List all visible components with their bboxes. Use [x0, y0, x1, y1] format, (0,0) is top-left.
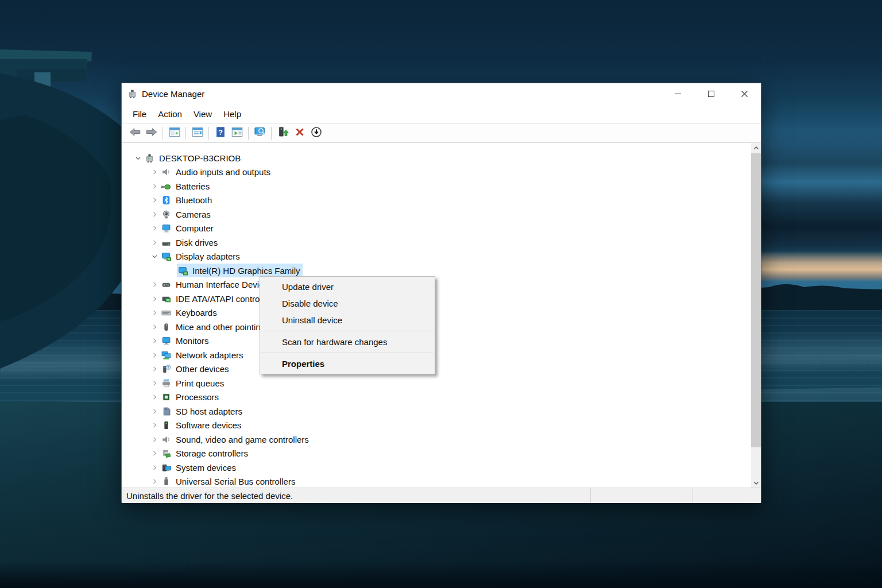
console-tree-icon — [169, 126, 180, 140]
tree-item-body: Keyboards — [160, 306, 219, 320]
menu-action[interactable]: Action — [152, 106, 188, 122]
tree-item-print-queues[interactable]: Print queues — [122, 376, 751, 390]
tree-item-sd-host-adapters[interactable]: SD host adapters — [122, 404, 751, 419]
tree-item-bluetooth[interactable]: Bluetooth — [122, 194, 751, 208]
disable-device-button[interactable] — [308, 126, 324, 141]
chevron-collapsed-icon[interactable] — [149, 463, 160, 473]
properties-button[interactable] — [189, 126, 205, 141]
tree-item-disk-drives[interactable]: Disk drives — [122, 235, 751, 250]
tree-item-processors[interactable]: Processors — [122, 390, 751, 405]
menu-help[interactable]: Help — [218, 106, 247, 122]
action-pane-icon — [231, 126, 243, 140]
chevron-collapsed-icon[interactable] — [149, 223, 160, 233]
chevron-collapsed-icon[interactable] — [149, 336, 160, 346]
tree-item-label: Storage controllers — [176, 448, 248, 458]
back-button[interactable] — [127, 126, 142, 141]
tree-item-intel-r-hd-graphics-family[interactable]: Intel(R) HD Graphics Family — [122, 264, 751, 278]
tree-item-keyboards[interactable]: Keyboards — [122, 306, 751, 320]
chevron-collapsed-icon[interactable] — [149, 392, 160, 402]
tree-item-monitors[interactable]: Monitors — [122, 334, 751, 349]
toolbar-separator — [248, 127, 249, 140]
chevron-expanded-icon[interactable] — [149, 252, 160, 261]
chevron-collapsed-icon[interactable] — [149, 448, 160, 458]
chevron-expanded-icon[interactable] — [132, 153, 144, 163]
menu-file[interactable]: File — [127, 106, 152, 122]
tree-item-storage-controllers[interactable]: Storage controllers — [122, 447, 751, 461]
forward-button[interactable] — [144, 126, 159, 141]
tree-item-display-adapters[interactable]: Display adapters — [122, 250, 751, 264]
tree-item-label: DESKTOP-B3CRIOB — [159, 153, 241, 163]
tree-item-label: Human Interface Devices — [176, 280, 272, 289]
tree-item-mice-and-other-pointing-devices[interactable]: Mice and other pointing devices — [122, 320, 751, 334]
tree-item-other-devices[interactable]: ?Other devices — [122, 362, 751, 377]
tree-item-universal-serial-bus-controllers[interactable]: Universal Serial Bus controllers — [122, 475, 751, 488]
tree-item-human-interface-devices[interactable]: Human Interface Devices — [122, 278, 751, 292]
chevron-collapsed-icon[interactable] — [149, 167, 160, 177]
chevron-collapsed-icon[interactable] — [149, 210, 160, 219]
scroll-up-button[interactable] — [751, 143, 761, 153]
close-button[interactable] — [728, 83, 761, 104]
scan-hardware-changes-button[interactable] — [252, 126, 268, 141]
chevron-collapsed-icon[interactable] — [149, 294, 160, 304]
chevron-collapsed-icon[interactable] — [149, 477, 160, 486]
show-action-pane-button[interactable] — [229, 126, 245, 141]
context-menu: Update driverDisable deviceUninstall dev… — [260, 276, 435, 374]
menu-view[interactable]: View — [188, 106, 218, 122]
tree-item-body: System devices — [160, 461, 238, 474]
tree-item-system-devices[interactable]: System devices — [122, 461, 751, 475]
tree-item-cameras[interactable]: Cameras — [122, 207, 751, 222]
tree-item-software-devices[interactable]: Software devices — [122, 419, 751, 433]
chevron-collapsed-icon[interactable] — [149, 378, 160, 388]
chevron-collapsed-icon[interactable] — [149, 238, 160, 247]
chevron-collapsed-icon[interactable] — [149, 280, 160, 289]
chevron-collapsed-icon[interactable] — [149, 195, 160, 205]
update-driver-button[interactable] — [275, 126, 291, 141]
context-menu-item-uninstall-device[interactable]: Uninstall device — [260, 312, 435, 328]
selected-tree-item-highlight: Intel(R) HD Graphics Family — [177, 264, 303, 277]
chevron-collapsed-icon[interactable] — [149, 181, 160, 191]
tree-item-audio-inputs-and-outputs[interactable]: Audio inputs and outputs — [122, 165, 751, 180]
context-menu-item-update-driver[interactable]: Update driver — [260, 278, 435, 295]
chevron-collapsed-icon[interactable] — [149, 308, 160, 318]
maximize-button[interactable] — [694, 83, 728, 104]
hid-icon — [161, 280, 172, 289]
tree-item-batteries[interactable]: Batteries — [122, 179, 751, 194]
statusbar-section — [693, 488, 761, 503]
scroll-down-button[interactable] — [751, 478, 761, 488]
show-console-tree-button[interactable] — [167, 126, 182, 141]
chevron-collapsed-icon[interactable] — [149, 407, 160, 416]
tree-item-label: Display adapters — [176, 252, 240, 261]
tree-item-body: Sound, video and game controllers — [160, 432, 311, 446]
scrollbar-thumb[interactable] — [751, 153, 761, 447]
toolbar: ? — [122, 123, 761, 143]
tree-item-body: Human Interface Devices — [160, 278, 274, 292]
uninstall-device-button[interactable] — [292, 126, 307, 141]
context-menu-separator — [261, 331, 434, 331]
camera-icon — [161, 210, 172, 219]
help-button[interactable]: ? — [212, 126, 228, 141]
tree-item-body: ?Other devices — [160, 362, 231, 376]
titlebar[interactable]: Device Manager — [122, 83, 761, 104]
vertical-scrollbar[interactable] — [751, 143, 761, 488]
device-manager-app-icon — [127, 89, 137, 99]
tree-item-label: Computer — [176, 223, 214, 233]
minimize-button[interactable] — [661, 83, 694, 104]
tree-item-desktop-b3criob[interactable]: DESKTOP-B3CRIOB — [122, 151, 751, 165]
tree-item-body: Network adapters — [160, 348, 246, 362]
disable-circle-icon — [311, 126, 322, 140]
tree-item-computer[interactable]: Computer — [122, 222, 751, 236]
chevron-collapsed-icon[interactable] — [149, 420, 160, 430]
tree-item-sound-video-and-game-controllers[interactable]: Sound, video and game controllers — [122, 432, 751, 447]
tree-item-label: Bluetooth — [176, 195, 212, 205]
context-menu-item-scan-for-hardware-changes[interactable]: Scan for hardware changes — [260, 334, 435, 350]
context-menu-item-properties[interactable]: Properties — [260, 355, 435, 372]
chevron-collapsed-icon[interactable] — [149, 322, 160, 332]
tree-item-label: System devices — [176, 463, 236, 473]
chevron-collapsed-icon[interactable] — [149, 364, 160, 374]
chevron-collapsed-icon[interactable] — [149, 435, 160, 444]
tree-item-ide-ata-atapi-controllers[interactable]: IDE ATA/ATAPI controllers — [122, 292, 751, 306]
context-menu-item-disable-device[interactable]: Disable device — [260, 295, 435, 312]
chevron-collapsed-icon[interactable] — [149, 350, 160, 360]
tree-item-network-adapters[interactable]: Network adapters — [122, 348, 751, 362]
tree-item-label: Keyboards — [176, 308, 217, 318]
